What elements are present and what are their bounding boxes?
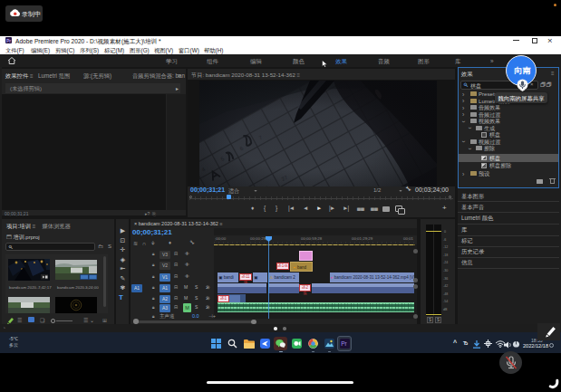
svg-text:Pr: Pr	[341, 340, 347, 347]
